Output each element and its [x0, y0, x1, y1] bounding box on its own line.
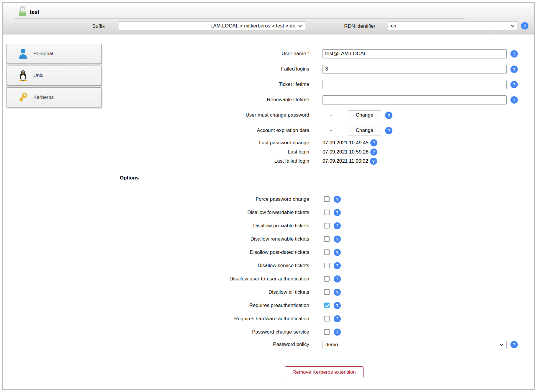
user-name-input[interactable] [322, 49, 507, 58]
disallow-service-checkbox[interactable] [324, 263, 330, 268]
option-label: Force password change [116, 196, 309, 202]
empty-value: - [330, 128, 332, 133]
form-row-last-login: Last login 07.09.2021 10:59:26 ? [116, 147, 533, 156]
required-marker: * [307, 51, 309, 56]
option-row-disallow-forwardable: Disallow forwardable tickets ? [116, 206, 533, 219]
disallow-renewable-checkbox[interactable] [324, 236, 330, 242]
help-icon[interactable]: ? [334, 289, 341, 296]
field-label: Renewable lifetime [116, 97, 309, 103]
form-row-must-change-password: User must change password - Change ? [116, 107, 533, 123]
form-row-password-policy: Password policy demo ? [116, 337, 533, 352]
help-icon[interactable]: ? [334, 275, 341, 282]
option-label: Disallow service tickets [116, 263, 309, 269]
change-expiration-date-button[interactable]: Change [348, 126, 382, 135]
disallow-proxiable-checkbox[interactable] [324, 223, 330, 228]
field-label: Last failed login [116, 158, 309, 164]
form-row-account-expiration: Account expiration date - Change ? [116, 123, 533, 138]
help-icon[interactable]: ? [334, 315, 341, 322]
rdn-identifier-select[interactable]: cn [388, 21, 518, 30]
requires-hardware-auth-checkbox[interactable] [324, 316, 330, 321]
title-divider [14, 19, 465, 19]
help-icon[interactable]: ? [370, 148, 377, 156]
tab-label: Personal [33, 51, 53, 57]
option-label: Requires hardware authentication [116, 316, 309, 322]
password-policy-select-wrap: demo [322, 340, 507, 349]
help-icon[interactable]: ? [334, 236, 341, 243]
help-icon[interactable]: ? [510, 341, 518, 348]
help-icon[interactable]: ? [334, 222, 341, 229]
tab-kerberos[interactable]: Kerberos [6, 87, 101, 107]
empty-value: - [330, 112, 332, 118]
remove-kerberos-extension-button[interactable]: Remove Kerberos extension [285, 366, 364, 378]
disallow-user-to-user-checkbox[interactable] [324, 276, 330, 282]
timestamp-value: 07.09.2021 10:49:45 [322, 140, 369, 146]
page-header: test Suffix LAM.LOCAL > mitkerberos > te… [3, 3, 534, 35]
tab-label: Kerberos [33, 94, 54, 100]
form-row-ticket-lifetime: Ticket lifetime ? [116, 77, 533, 92]
change-password-date-button[interactable]: Change [348, 110, 382, 120]
option-row-disallow-all-tickets: Disallow all tickets ? [116, 285, 533, 299]
failed-logins-input[interactable] [322, 65, 507, 74]
form-row-failed-logins: Failed logins ? [116, 61, 533, 77]
option-row-disallow-post-dated: Disallow post-dated tickets ? [116, 246, 533, 259]
disallow-forwardable-checkbox[interactable] [324, 210, 330, 215]
password-policy-select[interactable]: demo [322, 340, 507, 349]
help-icon[interactable]: ? [370, 158, 377, 165]
option-row-requires-hardware-auth: Requires hardware authentication ? [116, 312, 533, 325]
help-icon[interactable]: ? [334, 262, 341, 269]
help-icon[interactable]: ? [510, 66, 518, 73]
form-row-last-password-change: Last password change 07.09.2021 10:49:45… [116, 138, 533, 147]
rdn-select-wrap: cn [388, 21, 518, 30]
field-label: Ticket lifetime [116, 81, 309, 87]
option-row-disallow-proxiable: Disallow proxiable tickets ? [116, 219, 533, 232]
suffix-select-wrap: LAM.LOCAL > mitkerberos > test > de [119, 21, 305, 30]
help-icon[interactable]: ? [385, 112, 392, 119]
suffix-select[interactable]: LAM.LOCAL > mitkerberos > test > de [119, 21, 305, 30]
option-label: Password change service [116, 329, 309, 335]
field-label: Password policy [116, 342, 309, 347]
disallow-all-tickets-checkbox[interactable] [324, 289, 330, 295]
timestamp-value: 07.09.2021 11:00:02 [322, 158, 368, 164]
unlocked-icon [17, 6, 27, 19]
timestamp-value: 07.09.2021 10:59:26 [322, 149, 369, 155]
person-icon [17, 48, 29, 59]
requires-preauthentication-checkbox[interactable] [324, 303, 330, 308]
option-label: Disallow post-dated tickets [116, 249, 309, 255]
disallow-post-dated-checkbox[interactable] [324, 249, 330, 255]
page-title: test [30, 9, 39, 15]
help-icon[interactable]: ? [521, 22, 528, 30]
help-icon[interactable]: ? [510, 96, 518, 104]
field-label: Last password change [116, 140, 309, 146]
help-icon[interactable]: ? [370, 139, 377, 146]
option-label: Requires preauthentication [116, 303, 309, 308]
form-row-renewable-lifetime: Renewable lifetime ? [116, 92, 533, 107]
tab-unix[interactable]: Unix [6, 66, 101, 86]
key-icon [17, 92, 29, 103]
option-label: Disallow forwardable tickets [116, 210, 309, 215]
field-label: User name* [116, 51, 309, 57]
option-row-disallow-user-to-user: Disallow user-to-user authentication ? [116, 272, 533, 285]
rdn-identifier-label: RDN identifier [280, 23, 375, 29]
password-change-service-checkbox[interactable] [324, 329, 330, 335]
help-icon[interactable]: ? [334, 209, 341, 216]
options-section-title: Options [116, 175, 533, 183]
help-icon[interactable]: ? [510, 81, 518, 88]
field-label: Account expiration date [116, 128, 309, 133]
renewable-lifetime-input[interactable] [322, 95, 507, 104]
form-footer: Remove Kerberos extension [116, 366, 533, 378]
force-password-change-checkbox[interactable] [324, 196, 330, 202]
form-row-user-name: User name* ? [116, 46, 533, 61]
help-icon[interactable]: ? [334, 196, 341, 203]
field-label: User must change password [116, 112, 309, 118]
suffix-label: Suffix [3, 23, 105, 29]
help-icon[interactable]: ? [334, 329, 341, 336]
help-icon[interactable]: ? [385, 127, 392, 134]
field-label: Failed logins [116, 66, 309, 72]
help-icon[interactable]: ? [334, 302, 341, 309]
ticket-lifetime-input[interactable] [322, 80, 507, 89]
option-label: Disallow user-to-user authentication [116, 276, 309, 282]
help-icon[interactable]: ? [510, 50, 518, 58]
form-row-last-failed-login: Last failed login 07.09.2021 11:00:02 ? [116, 156, 533, 166]
help-icon[interactable]: ? [334, 249, 341, 256]
tab-personal[interactable]: Personal [6, 44, 101, 64]
